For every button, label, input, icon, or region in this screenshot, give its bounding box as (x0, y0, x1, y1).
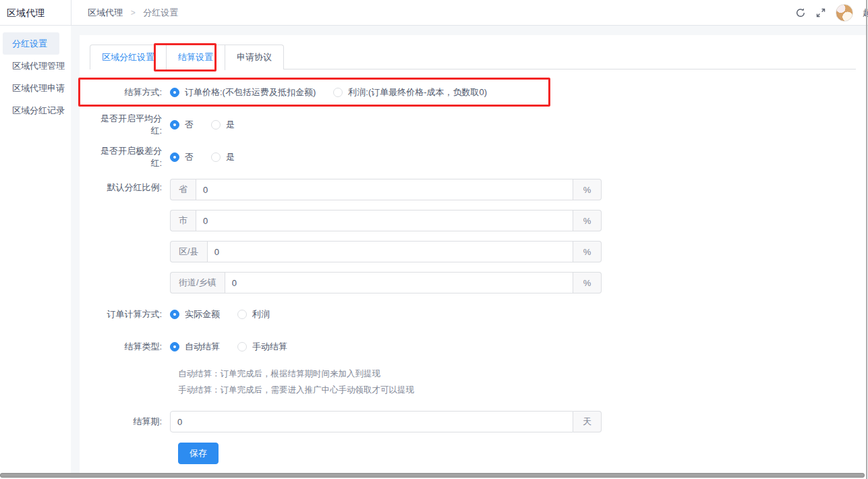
average-dividend-label: 是否开启平均分红: (90, 113, 162, 137)
page: 区域代理 区域代理 > 分红设置 超级 分红设置 区域代理管理 区域代理申请 区… (0, 0, 868, 479)
radio-selected-icon (170, 88, 179, 97)
settle-period-label: 结算期: (90, 416, 162, 428)
province-ratio-input[interactable] (196, 179, 573, 200)
settle-period-control: 天 (170, 411, 602, 432)
tab-settlement-settings[interactable]: 结算设置 (166, 45, 225, 70)
city-ratio-input[interactable] (196, 210, 573, 231)
settle-period-input[interactable] (170, 411, 573, 432)
user-avatar[interactable] (836, 4, 853, 22)
order-calc-options: 实际金额 利润 (170, 308, 287, 320)
radio-unselected-icon (333, 88, 343, 97)
radio-selected-icon (170, 152, 179, 162)
input-append-percent: % (573, 179, 602, 200)
radio-selected-icon (170, 120, 179, 130)
right-window-edge (866, 0, 867, 479)
sidebar-item-label: 分红设置 (12, 38, 47, 49)
input-prepend: 省 (170, 179, 196, 200)
radio-label: 实际金额 (185, 308, 220, 320)
radio-unselected-icon (211, 120, 221, 130)
horizontal-scrollbar-thumb[interactable] (0, 473, 865, 478)
app-title: 区域代理 (7, 0, 71, 26)
tab-label: 申请协议 (237, 52, 272, 62)
radio-label: 订单价格:(不包括运费及抵扣金额) (185, 86, 316, 98)
radio-actual-amount[interactable]: 实际金额 (170, 308, 220, 320)
manual-settle-helper: 手动结算：订单完成后，需要进入推广中心手动领取才可以提现 (178, 382, 856, 398)
sidebar-item-dividend-records[interactable]: 区域分红记录 (3, 99, 59, 121)
input-append-percent: % (573, 241, 602, 262)
input-prepend: 区/县 (170, 241, 207, 262)
radio-range-no[interactable]: 否 (170, 151, 194, 163)
radio-label: 自动结算 (185, 341, 220, 353)
header-actions: 超级 (795, 0, 868, 26)
row-settle-type: 结算类型: 自动结算 手动结算 (90, 333, 856, 360)
radio-average-yes[interactable]: 是 (211, 119, 235, 131)
input-append-percent: % (573, 210, 602, 231)
radio-selected-icon (170, 310, 179, 319)
street-ratio-input[interactable] (225, 272, 573, 293)
order-calc-label: 订单计算方式: (90, 308, 162, 320)
row-default-ratio: 默认分红比例: 省 % 市 % 区/县 % (90, 176, 856, 293)
row-average-dividend: 是否开启平均分红: 否 是 (90, 111, 856, 138)
horizontal-scrollbar[interactable] (0, 473, 866, 478)
input-prepend: 市 (170, 210, 196, 231)
radio-manual-settle[interactable]: 手动结算 (237, 341, 287, 353)
radio-range-yes[interactable]: 是 (211, 151, 235, 163)
tab-application-agreement[interactable]: 申请协议 (225, 45, 284, 69)
sidebar: 分红设置 区域代理管理 区域代理申请 区域分红记录 (0, 26, 71, 479)
refresh-icon[interactable] (795, 7, 806, 18)
radio-unselected-icon (237, 342, 247, 351)
radio-auto-settle[interactable]: 自动结算 (170, 341, 220, 353)
district-ratio-input[interactable] (207, 241, 573, 262)
sidebar-item-label: 区域分红记录 (12, 105, 65, 115)
radio-label: 否 (185, 151, 194, 163)
row-range-dividend: 是否开启极差分红: 否 是 (90, 144, 856, 171)
save-button[interactable]: 保存 (178, 443, 219, 464)
radio-profit[interactable]: 利润:(订单最终价格-成本，负数取0) (333, 86, 487, 98)
sidebar-item-label: 区域代理申请 (12, 83, 65, 93)
fullscreen-icon[interactable] (815, 7, 826, 18)
settlement-form: 结算方式: 订单价格:(不包括运费及抵扣金额) 利润:(订单最终价格-成本，负数… (90, 69, 856, 464)
radio-average-no[interactable]: 否 (170, 119, 194, 131)
settle-period-group: 天 (170, 411, 602, 432)
auto-settle-helper: 自动结算：订单完成后，根据结算期时间来加入到提现 (178, 366, 856, 382)
radio-label: 是 (226, 119, 235, 131)
tab-label: 区域分红设置 (102, 52, 154, 62)
range-dividend-options: 否 是 (170, 151, 252, 163)
settle-type-label: 结算类型: (90, 341, 162, 353)
ratio-input-group-city: 市 % (170, 210, 602, 231)
radio-unselected-icon (237, 310, 247, 319)
breadcrumb: 区域代理 > 分红设置 (88, 0, 178, 26)
radio-unselected-icon (211, 152, 221, 162)
row-settlement-method: 结算方式: 订单价格:(不包括运费及抵扣金额) 利润:(订单最终价格-成本，负数… (90, 79, 856, 106)
tab-bar: 区域分红设置 结算设置 申请协议 (90, 45, 856, 69)
sidebar-item-dividend-settings[interactable]: 分红设置 (3, 32, 59, 55)
settle-type-helpers: 自动结算：订单完成后，根据结算期时间来加入到提现 手动结算：订单完成后，需要进入… (170, 366, 856, 398)
header-divider (71, 0, 71, 26)
ratio-input-group-province: 省 % (170, 179, 602, 200)
ratio-input-group-street: 街道/乡镇 % (170, 272, 602, 293)
breadcrumb-item-root[interactable]: 区域代理 (88, 7, 123, 18)
average-dividend-options: 否 是 (170, 119, 252, 131)
radio-order-profit[interactable]: 利润 (237, 308, 270, 320)
input-append-days: 天 (573, 411, 602, 432)
ratio-input-group-district: 区/县 % (170, 241, 602, 262)
row-order-calc: 订单计算方式: 实际金额 利润 (90, 301, 856, 328)
radio-order-price[interactable]: 订单价格:(不包括运费及抵扣金额) (170, 86, 316, 98)
settle-type-options: 自动结算 手动结算 (170, 341, 305, 353)
default-ratio-inputs: 省 % 市 % 区/县 % 街道/乡镇 (170, 176, 602, 293)
row-settle-period: 结算期: 天 (90, 411, 856, 432)
radio-selected-icon (170, 342, 179, 351)
radio-label: 否 (185, 119, 194, 131)
sidebar-item-agent-application[interactable]: 区域代理申请 (3, 77, 59, 99)
radio-label: 是 (226, 151, 235, 163)
sidebar-item-agent-management[interactable]: 区域代理管理 (3, 55, 59, 77)
settlement-method-options: 订单价格:(不包括运费及抵扣金额) 利润:(订单最终价格-成本，负数取0) (170, 86, 504, 98)
tab-list: 区域分红设置 结算设置 申请协议 (90, 45, 856, 69)
tab-region-dividend-settings[interactable]: 区域分红设置 (90, 45, 167, 69)
tab-label: 结算设置 (178, 52, 213, 62)
radio-label: 手动结算 (252, 341, 287, 353)
radio-label: 利润:(订单最终价格-成本，负数取0) (348, 86, 487, 98)
breadcrumb-separator: > (131, 8, 136, 18)
settings-card: 区域分红设置 结算设置 申请协议 结算方式: 订单价格:(不包括运费及抵扣金额)… (80, 35, 866, 479)
settlement-method-label: 结算方式: (90, 86, 162, 98)
